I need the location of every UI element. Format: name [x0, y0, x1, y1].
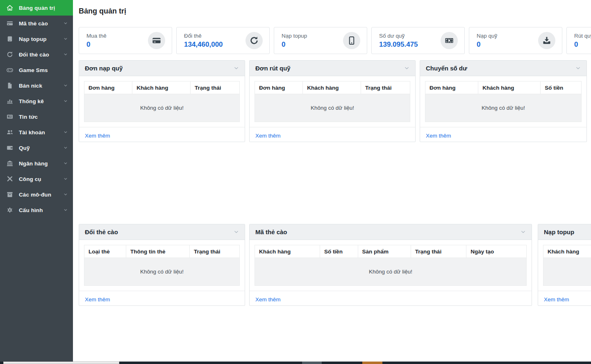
empty-state: Không có dữ liệu! [255, 258, 526, 285]
chevron-down-icon [64, 177, 68, 181]
sidebar-item-label: Game Sms [19, 67, 68, 73]
sidebar-item-label: Bán nick [19, 83, 61, 89]
column-header: Sản phẩm [358, 245, 411, 258]
stat-card-rut-quy: Rút quỹ 0 [566, 27, 591, 54]
collapse-chevron-icon[interactable] [521, 229, 526, 235]
sidebar-item-cong-cu[interactable]: Công cụ [0, 171, 73, 187]
empty-state: Không có dữ liệu! [84, 258, 239, 285]
panel-title: Mã thẻ cào [255, 228, 521, 235]
sidebar-item-label: Nạp topup [19, 36, 61, 42]
sidebar-item-ma-the-cao[interactable]: Mã thẻ cào [0, 16, 73, 31]
stat-label: Mua thẻ [86, 33, 148, 39]
column-header: Đơn hàng [84, 81, 132, 94]
panel-footer: Xem thêm [250, 127, 415, 144]
column-header: Thông tin thẻ [126, 245, 190, 258]
home-icon [7, 5, 14, 11]
panel-footer: Xem thêm [79, 127, 245, 144]
credit-card-icon [148, 32, 165, 49]
data-table: Đơn hàng Khách hàng Trạng thái Không có … [255, 81, 410, 122]
view-more-link[interactable]: Xem thêm [544, 296, 569, 303]
data-table: Đơn hàng Khách hàng Trạng thái Không có … [84, 81, 240, 122]
panel-title: Đơn nạp quỹ [85, 65, 234, 72]
mobile-icon [7, 36, 14, 42]
money-bill-icon [441, 32, 458, 49]
collapse-chevron-icon[interactable] [234, 66, 239, 71]
sync-icon [245, 32, 263, 49]
table-header-row: Đơn hàng Khách hàng Trạng thái [255, 81, 410, 94]
column-header: Trạng thái [191, 81, 239, 94]
panel-row-1: Đơn nạp quỹ Đơn hàng Khách hàng Trạng th… [79, 60, 587, 142]
sidebar-item-thong-ke[interactable]: Thống kê [0, 93, 73, 109]
column-header: Số tiền [541, 81, 581, 94]
stat-value: 134,460,000 [184, 41, 245, 49]
stat-value: 0 [574, 41, 591, 49]
sidebar-item-nap-topup[interactable]: Nạp topup [0, 31, 73, 47]
column-header: Đơn hàng [425, 81, 478, 94]
file-icon [7, 82, 14, 89]
page-title: Bảng quản trị [79, 7, 126, 16]
tools-icon [7, 176, 14, 182]
view-more-link[interactable]: Xem thêm [85, 296, 110, 303]
panel-title: Nạp topup [544, 228, 591, 235]
stat-value: 0 [282, 41, 343, 49]
sidebar-item-ban-nick[interactable]: Bán nick [0, 78, 73, 93]
sidebar-item-label: Tin tức [19, 114, 68, 120]
column-header: Khách hàng [478, 81, 541, 94]
sidebar-item-dashboard[interactable]: Bảng quản trị [0, 0, 73, 16]
chevron-down-icon [64, 84, 68, 88]
scrollbar-thumb[interactable] [3, 362, 119, 364]
column-header: Loại thẻ [84, 245, 126, 258]
chevron-down-icon [64, 52, 68, 57]
wallet-icon [7, 145, 14, 151]
sidebar-item-game-sms[interactable]: Game Sms [0, 62, 73, 78]
sidebar-item-quy[interactable]: Quỹ [0, 140, 73, 156]
panel-doi-the-cao: Đổi thẻ cào Loại thẻ Thông tin thẻ Trạng… [79, 224, 245, 306]
sidebar-item-label: Đổi thẻ cào [19, 52, 61, 58]
stat-label: Nạp quỹ [477, 33, 538, 39]
panel-footer: Xem thêm [538, 291, 591, 307]
gamepad-icon [7, 67, 14, 73]
column-header: Trạng thái [411, 245, 467, 258]
column-header: Đơn hàng [255, 81, 303, 94]
chevron-down-icon [64, 146, 68, 150]
column-header: Khách hàng [255, 245, 320, 258]
collapse-chevron-icon[interactable] [404, 66, 409, 71]
panel-title: Đổi thẻ cào [85, 228, 234, 235]
chevron-down-icon [64, 161, 68, 165]
data-table: Loại thẻ Thông tin thẻ Trạng thái Không … [84, 245, 240, 286]
collapse-chevron-icon[interactable] [234, 229, 239, 235]
view-more-link[interactable]: Xem thêm [255, 133, 281, 139]
view-more-link[interactable]: Xem thêm [85, 133, 110, 139]
view-more-link[interactable]: Xem thêm [255, 296, 281, 303]
gear-icon [7, 207, 14, 213]
view-more-link[interactable]: Xem thêm [426, 133, 451, 139]
panel-title: Chuyển số dư [426, 65, 575, 72]
table-header-row: Khách hàng [543, 245, 591, 258]
mobile-icon [343, 32, 360, 49]
sidebar-item-cau-hinh[interactable]: Cấu hình [0, 202, 73, 218]
data-table: Khách hàng Không có dữ liệu! [543, 245, 591, 286]
empty-state: Không có dữ liệu! [543, 258, 591, 285]
sidebar-item-label: Cấu hình [19, 207, 61, 213]
sidebar-item-doi-the-cao[interactable]: Đổi thẻ cào [0, 47, 73, 62]
stat-label: Rút quỹ [574, 33, 591, 39]
sidebar-item-label: Ngân hàng [19, 161, 61, 167]
sidebar-item-cac-mo-dun[interactable]: Các mô-đun [0, 187, 73, 202]
box-icon [7, 191, 14, 198]
sidebar-item-ngan-hang[interactable]: Ngân hàng [0, 156, 73, 171]
sidebar-item-tai-khoan[interactable]: Tài khoản [0, 124, 73, 140]
stat-cards: Mua thẻ 0 Đổi thẻ 134,460,000 Nạp topup … [79, 27, 591, 54]
collapse-chevron-icon[interactable] [575, 66, 581, 71]
stat-value: 139.095.475 [379, 41, 441, 49]
sidebar-item-tin-tuc[interactable]: Tin tức [0, 109, 73, 124]
sidebar-item-label: Thống kê [19, 98, 61, 104]
stat-value: 0 [86, 41, 148, 49]
chevron-down-icon [64, 192, 68, 197]
panel-footer: Xem thêm [250, 291, 532, 307]
bank-icon [7, 160, 14, 167]
panel-header: Đổi thẻ cào [79, 224, 245, 240]
stat-card-so-du-quy: Số dư quỹ 139.095.475 [371, 27, 465, 54]
panel-don-nap-quy: Đơn nạp quỹ Đơn hàng Khách hàng Trạng th… [79, 60, 245, 142]
stat-card-mua-the: Mua thẻ 0 [79, 27, 172, 54]
column-header: Trạng thái [361, 81, 410, 94]
